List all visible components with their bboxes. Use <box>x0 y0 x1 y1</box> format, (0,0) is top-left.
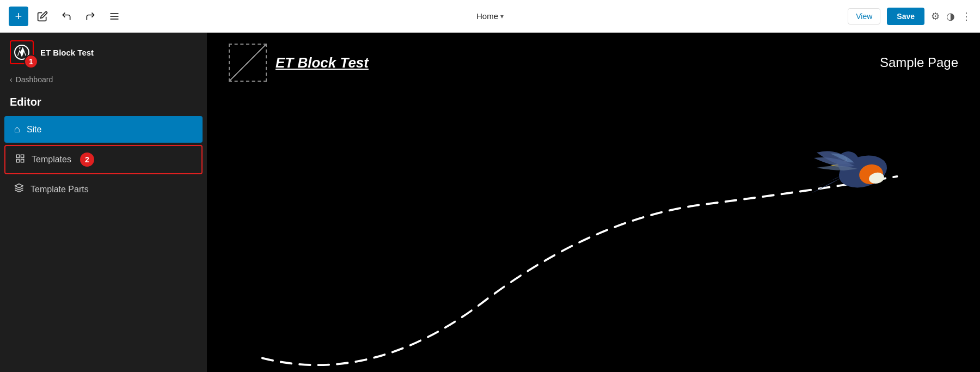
view-button[interactable]: View <box>848 8 880 25</box>
home-button[interactable]: Home ▾ <box>476 11 504 21</box>
sidebar: 1 ET Block Test ‹ Dashboard Editor ⌂ Sit… <box>0 33 207 372</box>
badge-1: 1 <box>24 54 38 69</box>
main-area: 1 ET Block Test ‹ Dashboard Editor ⌂ Sit… <box>0 33 980 372</box>
canvas-header: ET Block Test Sample Page <box>207 33 980 93</box>
toolbar-right: View Save ⚙ ◑ ⋮ <box>848 8 971 25</box>
toolbar-center: Home ▾ <box>476 11 504 21</box>
settings-icon[interactable]: ⚙ <box>931 10 940 22</box>
svg-rect-4 <box>21 155 24 157</box>
more-options-icon[interactable]: ⋮ <box>961 10 971 22</box>
chevron-left-icon: ‹ <box>10 75 13 84</box>
canvas-content <box>207 93 980 372</box>
templates-icon <box>15 154 25 166</box>
toolbar: + Hom <box>0 0 980 33</box>
list-view-button[interactable] <box>105 7 124 26</box>
canvas: ET Block Test Sample Page <box>207 33 980 372</box>
canvas-site-name: ET Block Test <box>275 54 369 71</box>
template-parts-icon <box>14 183 24 196</box>
site-title: ET Block Test <box>40 48 94 57</box>
sidebar-header: 1 ET Block Test <box>0 33 207 72</box>
svg-rect-5 <box>16 159 19 162</box>
add-block-button[interactable]: + <box>9 7 28 26</box>
site-logo-placeholder <box>229 44 267 82</box>
sidebar-item-template-parts[interactable]: Template Parts <box>4 176 203 202</box>
undo-button[interactable] <box>57 7 76 26</box>
edit-tool-button[interactable] <box>33 7 52 26</box>
redo-button[interactable] <box>81 7 100 26</box>
home-label: Home <box>476 11 498 21</box>
home-nav-icon: ⌂ <box>14 124 20 135</box>
toolbar-left: + <box>9 7 124 26</box>
editor-label: Editor <box>0 92 207 115</box>
badge-2: 2 <box>80 153 94 167</box>
canvas-header-left: ET Block Test <box>229 44 369 82</box>
canvas-nav-item: Sample Page <box>880 55 958 70</box>
wp-logo-wrapper: 1 <box>10 40 34 64</box>
sidebar-item-site-label: Site <box>27 125 42 135</box>
save-button[interactable]: Save <box>887 8 924 25</box>
bird-container <box>806 125 915 212</box>
chevron-down-icon: ▾ <box>500 13 504 20</box>
sidebar-item-site[interactable]: ⌂ Site <box>4 116 203 143</box>
dashboard-link[interactable]: ‹ Dashboard <box>0 72 207 92</box>
sidebar-item-template-parts-label: Template Parts <box>30 185 89 194</box>
bird-svg <box>806 125 915 212</box>
sidebar-item-templates[interactable]: Templates 2 <box>4 145 203 174</box>
sidebar-item-templates-label: Templates <box>32 155 71 164</box>
dashboard-label: Dashboard <box>16 75 53 84</box>
svg-rect-6 <box>21 159 24 162</box>
contrast-icon[interactable]: ◑ <box>946 10 955 22</box>
svg-rect-3 <box>16 155 19 157</box>
